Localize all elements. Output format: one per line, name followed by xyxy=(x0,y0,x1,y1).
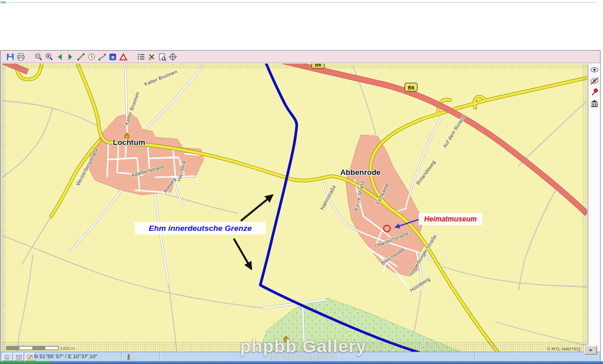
status-separator xyxy=(475,353,475,360)
tools-icon xyxy=(147,52,156,61)
zoom-in-button[interactable] xyxy=(44,52,54,62)
map-graphic xyxy=(1,64,587,352)
museum-button[interactable] xyxy=(589,98,599,108)
warning-button[interactable] xyxy=(118,52,128,62)
museum-annotation-text: Heimatmuseum xyxy=(424,215,476,223)
pages-icon xyxy=(4,354,11,360)
map-canvas[interactable]: Kalter BrunnenKalter BrunnenWesterbergst… xyxy=(1,64,587,352)
overview-button[interactable] xyxy=(157,52,167,62)
clock-icon xyxy=(87,52,96,61)
status-separator xyxy=(271,353,272,360)
town-label: Lochtum xyxy=(113,138,145,147)
page-divider-tick xyxy=(1,1,6,4)
nav-back-icon xyxy=(55,52,64,61)
status-separator xyxy=(121,353,122,360)
route-shield: B6 xyxy=(312,64,324,69)
town-label: Abbenrode xyxy=(340,168,381,177)
status-separator xyxy=(89,353,90,360)
center-button[interactable] xyxy=(167,52,178,62)
eye-off-icon xyxy=(590,77,599,85)
print-button[interactable] xyxy=(15,52,26,62)
info-icon: n xyxy=(108,52,117,61)
screenshot-root: n xyxy=(0,0,603,364)
copyright: © RTL NAVTEQ xyxy=(526,346,581,352)
pedestrian-icon xyxy=(125,353,132,361)
print-icon xyxy=(16,52,25,61)
warning-icon xyxy=(119,52,128,61)
overview-icon xyxy=(158,52,167,61)
taskbar-strip xyxy=(0,361,603,364)
nav-forward-icon xyxy=(66,52,75,61)
clock-button[interactable] xyxy=(86,52,97,62)
coordinates-display: N 51°55' 57" / E 10°37' 10" xyxy=(34,353,97,359)
route-icon xyxy=(98,52,107,61)
pin-icon xyxy=(590,88,599,97)
eye-icon xyxy=(590,65,599,74)
toolbar-group xyxy=(135,52,178,62)
scale-label: 1400 m xyxy=(60,346,75,351)
museum-icon xyxy=(590,99,599,108)
border-annotation: Ehm innerdeutsche Grenze xyxy=(135,222,266,234)
border-annotation-text: Ehm innerdeutsche Grenze xyxy=(149,224,252,233)
pin-button[interactable] xyxy=(589,87,599,97)
status-bar: N 51°55' 57" / E 10°37' 10" xyxy=(1,352,600,361)
tools-button[interactable] xyxy=(146,52,157,62)
toolbar-group xyxy=(5,52,26,62)
zoom-out-button[interactable] xyxy=(33,52,44,62)
measure-button[interactable] xyxy=(75,52,86,62)
museum-annotation: Heimatmuseum xyxy=(419,213,482,225)
status-separator xyxy=(160,353,160,360)
zoom-out-icon xyxy=(34,52,43,61)
list-button[interactable] xyxy=(135,52,146,62)
page-divider xyxy=(0,2,597,3)
calendar-icon xyxy=(15,354,22,360)
map-application-window: n xyxy=(0,50,601,362)
toolbar-group: n xyxy=(33,52,128,62)
pages-button[interactable] xyxy=(2,353,13,361)
toolbar: n xyxy=(1,51,600,63)
calendar-button[interactable] xyxy=(14,353,24,361)
travel-mode-indicator xyxy=(125,353,132,360)
zoom-in-icon xyxy=(45,52,54,61)
right-toolbar xyxy=(588,64,600,352)
status-bar-buttons xyxy=(2,353,36,361)
map-edit-icon xyxy=(26,354,34,360)
nav-back-button[interactable] xyxy=(54,52,65,62)
eye-button[interactable] xyxy=(589,65,599,75)
route-shield: B6 xyxy=(405,83,418,92)
save-button[interactable] xyxy=(5,52,15,62)
map-options-dropdown-button[interactable] xyxy=(584,346,597,355)
start-button-edge[interactable] xyxy=(0,361,51,364)
save-icon xyxy=(6,52,15,61)
scale-bar xyxy=(6,346,58,350)
chevron-down-icon xyxy=(587,348,594,353)
measure-icon xyxy=(77,52,85,61)
route-button[interactable] xyxy=(97,52,107,62)
eye-off-button[interactable] xyxy=(589,76,599,86)
list-icon xyxy=(137,52,145,61)
center-icon xyxy=(168,52,177,61)
nav-forward-button[interactable] xyxy=(65,52,75,62)
svg-text:n: n xyxy=(111,54,114,60)
info-button[interactable]: n xyxy=(107,52,118,62)
